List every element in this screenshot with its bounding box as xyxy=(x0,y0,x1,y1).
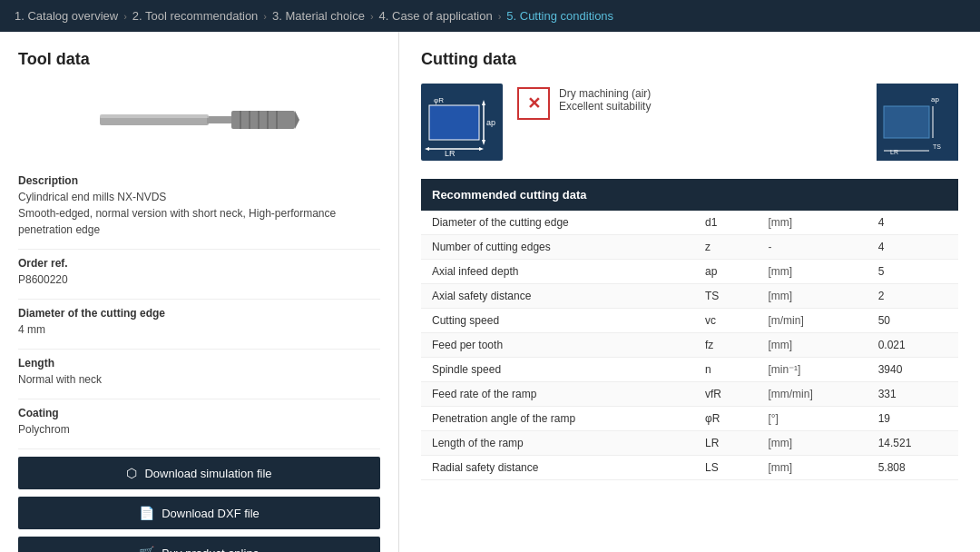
cutting-diagram-right: ap TS LR xyxy=(877,84,958,161)
dry-machining-subtitle: Excellent suitability xyxy=(559,100,651,113)
row-unit: [min⁻¹] xyxy=(757,358,867,382)
diameter-section: Diameter of the cutting edge 4 mm xyxy=(18,307,380,338)
order-ref-section: Order ref. P8600220 xyxy=(18,257,380,288)
row-name: Axial safety distance xyxy=(421,284,694,309)
table-header: Recommended cutting data xyxy=(421,179,958,211)
row-value: 2 xyxy=(867,284,958,309)
row-name: Axial infeed depth xyxy=(421,260,694,284)
row-value: 5.808 xyxy=(867,456,958,480)
row-symbol: LR xyxy=(694,431,757,456)
table-row: Diameter of the cutting edge d1 [mm] 4 xyxy=(421,211,958,235)
download-dxf-button[interactable]: 📄 Download DXF file xyxy=(18,497,380,529)
order-ref-value: P8600220 xyxy=(18,271,380,288)
table-row: Spindle speed n [min⁻¹] 3940 xyxy=(421,358,958,382)
download-simulation-button[interactable]: ⬡ Download simulation file xyxy=(18,457,380,489)
row-value: 331 xyxy=(867,382,958,407)
diameter-label: Diameter of the cutting edge xyxy=(18,307,380,320)
svg-marker-13 xyxy=(482,140,485,145)
row-symbol: TS xyxy=(694,284,757,309)
row-symbol: fz xyxy=(694,333,757,358)
row-name: Diameter of the cutting edge xyxy=(421,211,694,235)
chevron-2: › xyxy=(263,11,267,22)
row-value: 14.521 xyxy=(867,431,958,456)
divider-3 xyxy=(18,349,380,350)
row-value: 4 xyxy=(867,211,958,235)
svg-marker-12 xyxy=(482,100,485,105)
row-symbol: n xyxy=(694,358,757,382)
tool-image-area xyxy=(18,84,380,156)
row-unit: - xyxy=(757,235,867,260)
row-name: Radial safety distance xyxy=(421,456,694,480)
row-unit: [mm] xyxy=(757,431,867,456)
row-symbol: φR xyxy=(694,407,757,431)
row-symbol: ap xyxy=(694,260,757,284)
row-value: 5 xyxy=(867,260,958,284)
svg-text:ap: ap xyxy=(931,95,939,104)
cart-icon: 🛒 xyxy=(139,546,154,552)
row-symbol: vfR xyxy=(694,382,757,407)
row-value: 0.021 xyxy=(867,333,958,358)
row-unit: [mm] xyxy=(757,260,867,284)
svg-rect-9 xyxy=(100,114,209,118)
divider-4 xyxy=(18,399,380,399)
buy-product-button[interactable]: 🛒 Buy product online xyxy=(18,537,380,552)
nav-item-4[interactable]: 4. Case of application xyxy=(379,9,493,23)
row-unit: [mm] xyxy=(757,333,867,358)
svg-marker-17 xyxy=(425,147,429,151)
coating-label: Coating xyxy=(18,407,380,419)
length-value: Normal with neck xyxy=(18,371,380,388)
right-panel: Cutting data ap φR xyxy=(399,32,980,552)
svg-text:ap: ap xyxy=(486,118,495,127)
ap-diagram-svg: ap φR LR xyxy=(425,87,499,158)
cutting-icons-row: ap φR LR ✕ Dry machining (air) Excellent… xyxy=(421,84,958,161)
table-row: Feed rate of the ramp vfR [mm/min] 331 xyxy=(421,382,958,407)
description-label: Description xyxy=(18,174,380,187)
row-name: Feed rate of the ramp xyxy=(421,382,694,407)
tool-data-title: Tool data xyxy=(18,50,380,69)
row-symbol: d1 xyxy=(694,211,757,235)
simulation-label: Download simulation file xyxy=(144,467,271,480)
row-name: Number of cutting edges xyxy=(421,235,694,260)
nav-item-1[interactable]: 1. Catalog overview xyxy=(15,9,118,23)
row-value: 4 xyxy=(867,235,958,260)
table-row: Axial safety distance TS [mm] 2 xyxy=(421,284,958,309)
length-label: Length xyxy=(18,357,380,370)
svg-text:LR: LR xyxy=(890,149,898,155)
cutting-diagram-left: ap φR LR xyxy=(421,84,503,161)
row-value: 3940 xyxy=(867,358,958,382)
coating-value: Polychrom xyxy=(18,421,380,438)
dry-machining-info: ✕ Dry machining (air) Excellent suitabil… xyxy=(517,87,651,120)
row-unit: [mm/min] xyxy=(757,382,867,407)
row-unit: [°] xyxy=(757,407,867,431)
svg-rect-1 xyxy=(207,116,234,123)
table-row: Penetration angle of the ramp φR [°] 19 xyxy=(421,407,958,431)
divider-1 xyxy=(18,249,380,250)
dry-text: Dry machining (air) Excellent suitabilit… xyxy=(559,87,651,113)
table-row: Cutting speed vc [m/min] 50 xyxy=(421,309,958,333)
length-section: Length Normal with neck xyxy=(18,357,380,388)
divider-5 xyxy=(18,448,380,449)
chevron-3: › xyxy=(370,11,374,22)
row-symbol: LS xyxy=(694,456,757,480)
chevron-1: › xyxy=(123,11,127,22)
dry-machining-title: Dry machining (air) xyxy=(559,87,651,100)
breadcrumb: 1. Catalog overview › 2. Tool recommenda… xyxy=(0,0,980,32)
nav-item-5[interactable]: 5. Cutting conditions xyxy=(506,9,613,23)
row-name: Penetration angle of the ramp xyxy=(421,407,694,431)
table-row: Number of cutting edges z - 4 xyxy=(421,235,958,260)
svg-text:TS: TS xyxy=(933,143,941,150)
description-line2: Smooth-edged, normal version with short … xyxy=(18,205,380,238)
cutting-data-title: Cutting data xyxy=(421,50,958,69)
coating-section: Coating Polychrom xyxy=(18,407,380,438)
row-name: Length of the ramp xyxy=(421,431,694,456)
row-name: Cutting speed xyxy=(421,309,694,333)
description-section: Description Cylindrical end mills NX-NVD… xyxy=(18,174,380,238)
nav-item-3[interactable]: 3. Material choice xyxy=(272,9,365,23)
tool-image xyxy=(100,102,299,138)
row-value: 50 xyxy=(867,309,958,333)
nav-item-2[interactable]: 2. Tool recommendation xyxy=(132,9,259,23)
table-row: Feed per tooth fz [mm] 0.021 xyxy=(421,333,958,358)
svg-text:φR: φR xyxy=(434,96,444,104)
svg-text:LR: LR xyxy=(445,149,456,158)
dxf-icon: 📄 xyxy=(139,506,154,520)
